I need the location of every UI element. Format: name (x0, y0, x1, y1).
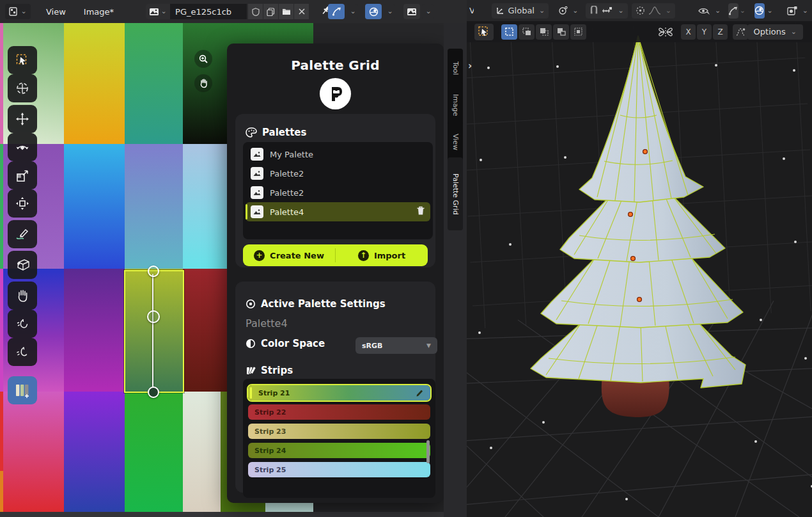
move-tool[interactable] (8, 105, 37, 133)
palette-image-cell[interactable] (125, 392, 183, 512)
gizmo-toggle[interactable] (328, 4, 345, 19)
palette-image-cell[interactable] (125, 144, 183, 269)
color-space-dropdown[interactable]: sRGB ▼ (355, 337, 437, 354)
strips-list: Strip 21Strip 22Strip 23Strip 24Strip 25 (243, 379, 435, 498)
viewport-overlays-toggle[interactable] (754, 3, 765, 19)
select-mode-group (501, 24, 586, 40)
create-new-button[interactable]: + Create New (243, 244, 335, 266)
toolbar-expand-arrow[interactable]: › (468, 60, 472, 72)
strip-item[interactable]: Strip 24 (248, 443, 430, 458)
strip-label: Strip 24 (254, 447, 286, 455)
active-tool-button[interactable] (474, 24, 494, 40)
palette-list-item[interactable]: Palette2 (246, 183, 430, 202)
shading-dropdown[interactable]: ⌄ (783, 3, 812, 19)
strip-item[interactable]: Strip 25 (248, 462, 430, 477)
pan-tool[interactable] (8, 282, 37, 310)
rotate-tool[interactable] (8, 133, 37, 161)
select-mode-invert[interactable] (553, 24, 569, 40)
palette-image-cell[interactable] (64, 392, 125, 512)
gizmo-dropdown[interactable]: ⌄ (347, 4, 358, 19)
rotate-gesture-tool[interactable] (8, 338, 37, 366)
import-button[interactable]: ↑ Import (336, 244, 428, 266)
cursor-tool[interactable] (8, 74, 37, 102)
palette-strip-tool[interactable] (8, 376, 37, 404)
palette-image-cell[interactable] (183, 392, 221, 512)
transform-tool[interactable] (8, 189, 37, 218)
overlays-dropdown[interactable]: ⌄ (384, 4, 395, 19)
clipped-view-menu[interactable]: V (469, 6, 474, 15)
panel-title: Palette Grid (227, 58, 444, 73)
chevron-down-icon[interactable]: ⌄ (618, 8, 623, 13)
palette-grid-logo (320, 78, 351, 109)
orientation-dropdown[interactable]: Global ⌄ (492, 3, 549, 19)
strip-item[interactable]: Strip 22 (248, 404, 430, 420)
magnet-icon[interactable] (589, 6, 598, 15)
select-mode-subtract[interactable] (536, 24, 552, 40)
falloff-curve-icon[interactable] (648, 6, 661, 15)
sidebar-tab-view[interactable]: View (448, 122, 463, 163)
snap-target-icon[interactable] (602, 6, 613, 15)
palette-image-cell[interactable] (64, 23, 125, 144)
shield-icon[interactable] (248, 4, 263, 19)
palette-image-cell[interactable] (3, 392, 64, 512)
zoom-gesture-tool[interactable] (8, 310, 37, 338)
select-mode-extend[interactable] (519, 24, 535, 40)
color-space-value: sRGB (362, 342, 382, 350)
editor-type-button[interactable]: ⌄ (5, 4, 31, 19)
strips-scrollbar[interactable] (426, 440, 430, 463)
pan-button[interactable] (194, 74, 212, 92)
proportional-edit-icon[interactable] (636, 6, 645, 15)
palette-list-item[interactable]: Palette2 (246, 164, 430, 183)
palette-image-cell[interactable] (64, 144, 125, 269)
image-browse-button[interactable]: ⌄ (146, 4, 170, 19)
box-tool[interactable] (8, 251, 37, 279)
pivot-dropdown[interactable]: ⌄ (554, 3, 582, 19)
overlays-toggle[interactable] (365, 4, 382, 19)
mirror-axis-x[interactable]: X (681, 24, 696, 40)
palette-list-item[interactable]: My Palette (246, 145, 430, 164)
gizmos-toggle[interactable] (728, 3, 738, 19)
folder-icon[interactable] (279, 4, 293, 19)
scale-tool[interactable] (8, 161, 37, 189)
image-settings-button[interactable] (403, 4, 420, 19)
palette-name-field[interactable]: Palette4 (246, 317, 288, 330)
proportional-falloff-button[interactable] (733, 24, 748, 40)
chevron-down-icon[interactable]: ⌄ (740, 8, 746, 13)
strips-header: Strips (246, 365, 293, 376)
viewport-3d[interactable]: V Global ⌄ ⌄ ⌄ ⌄ ⌄ (467, 0, 812, 517)
strip-item[interactable]: Strip 21 (248, 385, 430, 401)
palette-image-cell[interactable] (125, 23, 183, 144)
sidebar-tab-palette-grid[interactable]: Palette Grid (448, 157, 463, 230)
image-settings-dropdown[interactable]: ⌄ (422, 4, 433, 19)
annotate-tool[interactable] (8, 220, 37, 248)
edit-strip-icon[interactable] (415, 388, 424, 399)
image-name-field[interactable]: PG_e125c1cb (170, 4, 247, 19)
gradient-selection-box[interactable] (124, 270, 184, 393)
menu-image[interactable]: Image* (77, 4, 120, 19)
mirror-axis-y[interactable]: Y (697, 24, 712, 40)
chevron-down-icon[interactable]: ⌄ (666, 8, 671, 13)
mesh-symmetry-icon[interactable] (659, 26, 673, 38)
palette-image-cell[interactable] (64, 269, 125, 392)
gradient-axis-line[interactable] (152, 274, 153, 388)
close-icon[interactable] (294, 4, 309, 19)
gradient-handle-middle[interactable] (147, 310, 160, 323)
select-mode-new[interactable] (501, 24, 517, 40)
tweak-tool[interactable] (8, 46, 37, 74)
mirror-axis-z[interactable]: Z (713, 24, 728, 40)
palette-list-item[interactable]: Palette4 (246, 202, 430, 221)
palette-thumbnail-icon (251, 205, 263, 218)
duplicate-icon[interactable] (263, 4, 278, 19)
menu-view[interactable]: View (40, 4, 72, 19)
chevron-down-icon: ⌄ (791, 29, 797, 35)
strip-item[interactable]: Strip 23 (248, 424, 430, 439)
gradient-handle-bottom[interactable] (148, 386, 159, 398)
zoom-in-button[interactable] (194, 50, 212, 68)
options-dropdown[interactable]: Options ⌄ (747, 24, 803, 40)
gradient-handle-top[interactable] (148, 266, 159, 277)
select-mode-intersect[interactable] (570, 24, 586, 40)
delete-palette-icon[interactable] (416, 206, 425, 218)
chevron-down-icon[interactable]: ⌄ (767, 8, 773, 13)
visibility-dropdown[interactable]: ⌄ (694, 3, 724, 19)
pan-hand-icon (199, 78, 208, 88)
